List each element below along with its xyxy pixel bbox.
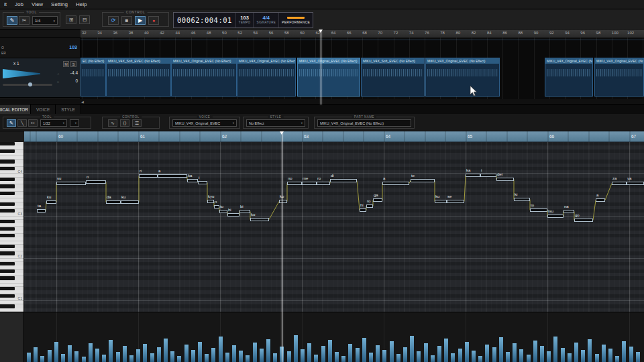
velocity-bar[interactable] <box>348 344 352 362</box>
track-clip[interactable]: MIKU_V4X_Original_EVEC (No Effect) <box>237 58 296 97</box>
editor-ruler[interactable]: 6061626364656667 <box>24 131 644 142</box>
velocity-bar[interactable] <box>40 356 44 362</box>
velocity-bar[interactable] <box>164 339 168 362</box>
note[interactable] <box>574 219 593 222</box>
velocity-bar[interactable] <box>246 355 250 362</box>
velocity-bar[interactable] <box>95 349 99 362</box>
velocity-bar[interactable] <box>61 354 65 362</box>
velocity-bar[interactable] <box>123 346 127 362</box>
velocity-bar[interactable] <box>232 345 236 362</box>
velocity-bar[interactable] <box>356 348 360 362</box>
signature-display[interactable]: 4/4 SIGNATURE <box>253 13 278 27</box>
tab-voice[interactable]: VOICE <box>31 105 56 114</box>
lines-button[interactable]: ☰ <box>132 119 142 127</box>
tempo-display[interactable]: 103 TEMPO <box>235 13 254 27</box>
note[interactable] <box>187 179 198 182</box>
mute-button[interactable]: M <box>63 61 69 67</box>
velocity-bar[interactable] <box>157 347 161 362</box>
track-clip[interactable]: MIKU_V4X_Original_EVEC (No Effect) <box>171 58 237 97</box>
velocity-bar[interactable] <box>602 345 606 362</box>
velocity-bar[interactable] <box>458 349 462 362</box>
velocity-bar[interactable] <box>499 337 503 362</box>
velocity-bar[interactable] <box>219 337 223 362</box>
grid-length-select[interactable]: 1/4 ▾ <box>32 16 58 25</box>
editor-line-button[interactable]: ╲ <box>17 119 27 127</box>
note[interactable] <box>496 178 514 181</box>
pencil-tool-button[interactable]: ✎ <box>7 16 17 25</box>
track-clip[interactable]: MIKU_V4X_Original_EVEC (No Effect) <box>545 58 593 97</box>
velocity-bar[interactable] <box>294 335 298 362</box>
velocity-bar[interactable] <box>513 343 517 362</box>
note[interactable] <box>158 174 187 178</box>
editor-playhead[interactable] <box>282 131 282 362</box>
note[interactable] <box>382 182 409 185</box>
velocity-bar[interactable] <box>485 345 489 362</box>
velocity-bar[interactable] <box>424 343 428 362</box>
velocity-bar[interactable] <box>540 346 544 362</box>
menu-item-setting[interactable]: Setting <box>51 1 68 7</box>
velocity-bar[interactable] <box>629 347 633 362</box>
menu-item-view[interactable]: View <box>32 1 43 7</box>
velocity-bar[interactable] <box>301 349 305 362</box>
note[interactable] <box>435 200 447 203</box>
velocity-bar[interactable] <box>191 350 195 362</box>
brackets-button[interactable]: ⟨⟩ <box>120 119 129 127</box>
velocity-bar[interactable] <box>431 355 435 362</box>
velocity-bar[interactable] <box>444 339 448 362</box>
note[interactable] <box>279 200 287 203</box>
note[interactable] <box>596 198 605 202</box>
velocity-bar[interactable] <box>34 347 38 362</box>
volume-slider[interactable] <box>3 84 52 86</box>
velocity-bar[interactable] <box>266 339 270 362</box>
note[interactable] <box>106 200 121 204</box>
note[interactable] <box>227 213 239 217</box>
velocity-bar[interactable] <box>615 356 619 362</box>
velocity-bar[interactable] <box>437 346 441 362</box>
note[interactable] <box>219 210 227 213</box>
velocity-bar[interactable] <box>184 345 189 362</box>
piano-keyboard[interactable]: C4C3C2C1 <box>0 142 24 312</box>
arrange-area[interactable]: EC (No Effect)MIKU_V4X_Soft_EVEC (No Eff… <box>80 38 644 99</box>
velocity-bar[interactable] <box>335 352 339 362</box>
note[interactable] <box>330 179 357 182</box>
velocity-bar[interactable] <box>211 348 215 362</box>
velocity-bar[interactable] <box>465 342 469 362</box>
editor-grid-select[interactable]: 1/32 ▾ <box>40 119 67 127</box>
style-select[interactable]: No Effect ▾ <box>246 119 305 127</box>
velocity-bar[interactable] <box>451 353 455 362</box>
velocity-bar[interactable] <box>622 341 626 362</box>
velocity-bar[interactable] <box>410 336 414 362</box>
menu-item-it[interactable]: it <box>4 1 7 7</box>
track-strip[interactable]: x 1 M S → -4.4 ↔ 0 <box>0 58 80 98</box>
note[interactable] <box>207 200 214 203</box>
velocity-bar[interactable] <box>102 355 106 362</box>
track-ruler[interactable]: 3234363840424446485052545658606264666870… <box>80 29 644 38</box>
note[interactable] <box>239 210 250 213</box>
note[interactable] <box>86 180 106 184</box>
note[interactable] <box>250 218 269 221</box>
velocity-bar[interactable] <box>553 337 557 362</box>
velocity-bar[interactable] <box>382 350 386 362</box>
velocity-bar[interactable] <box>260 349 264 362</box>
velocity-bar[interactable] <box>27 353 31 362</box>
note[interactable] <box>564 210 574 213</box>
dynamics-button[interactable]: ∿ <box>108 119 117 127</box>
solo-button[interactable]: S <box>70 61 76 67</box>
note[interactable] <box>37 209 46 213</box>
note[interactable] <box>447 200 464 203</box>
play-button[interactable]: ▶ <box>135 16 146 25</box>
velocity-bar[interactable] <box>595 354 599 362</box>
editor-extra-select[interactable]: ▾ <box>70 119 79 127</box>
velocity-bar[interactable] <box>362 338 366 362</box>
velocity-bar[interactable] <box>636 352 640 362</box>
note[interactable] <box>530 208 547 212</box>
track-tempo-value[interactable]: 103 <box>69 45 77 50</box>
velocity-bar[interactable] <box>170 351 174 362</box>
piano-roll[interactable]: takusundakuriakaikyuntohibikukonomerodih… <box>24 142 644 312</box>
track-clip[interactable]: MIKU_V4X_Original_EVEC (No Effect) <box>594 58 644 97</box>
note[interactable] <box>547 215 564 218</box>
note[interactable] <box>612 182 627 185</box>
velocity-bar[interactable] <box>568 353 572 362</box>
note[interactable] <box>480 174 496 177</box>
velocity-bar[interactable] <box>376 345 380 362</box>
